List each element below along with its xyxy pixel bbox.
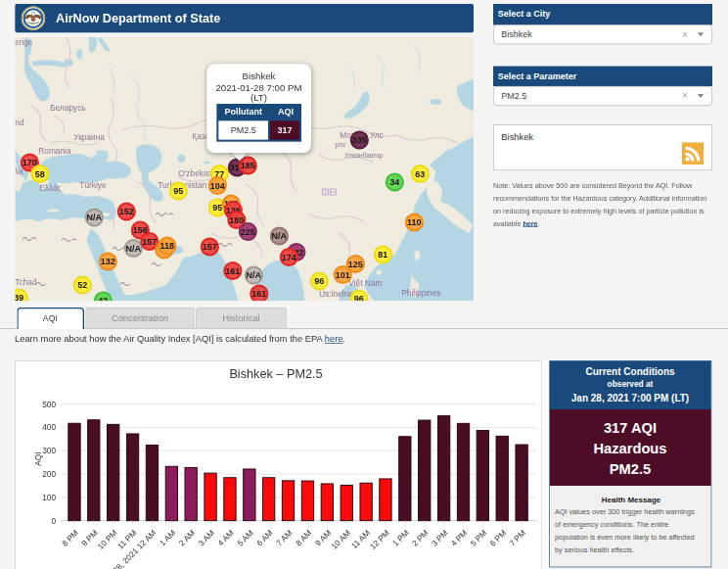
svg-text:125: 125 xyxy=(347,260,362,269)
svg-text:185: 185 xyxy=(240,161,254,170)
svg-text:3 AM: 3 AM xyxy=(196,528,215,547)
svg-text:1 PM: 1 PM xyxy=(390,528,411,548)
svg-text:7 PM: 7 PM xyxy=(507,528,527,548)
svg-text:Tchad: Tchad xyxy=(15,277,37,287)
svg-text:Bishkek – PM2.5: Bishkek – PM2.5 xyxy=(229,367,322,381)
svg-text:10 AM: 10 AM xyxy=(329,528,352,551)
svg-text:6 AM: 6 AM xyxy=(254,528,274,547)
svg-text:96: 96 xyxy=(314,276,324,286)
svg-text:81: 81 xyxy=(378,250,387,260)
svg-text:Philippines: Philippines xyxy=(401,288,440,298)
svg-text:5 PM: 5 PM xyxy=(468,528,488,548)
svg-text:6 PM: 6 PM xyxy=(487,528,508,548)
svg-text:500: 500 xyxy=(42,400,56,409)
svg-text:Украина: Украина xyxy=(73,132,105,142)
svg-text:Us:inelne: Us:inelne xyxy=(319,289,353,299)
svg-text:225: 225 xyxy=(240,227,254,237)
svg-text:200: 200 xyxy=(42,469,56,479)
svg-text:161: 161 xyxy=(225,266,240,276)
svg-text:Ελλάς: Ελλάς xyxy=(39,183,62,193)
svg-text:174: 174 xyxy=(281,253,296,262)
svg-text:8 AM: 8 AM xyxy=(294,528,313,547)
svg-text:2 AM: 2 AM xyxy=(176,528,196,547)
svg-text:2 PM: 2 PM xyxy=(410,528,431,548)
svg-text:4 AM: 4 AM xyxy=(215,528,235,547)
svg-text:39: 39 xyxy=(15,293,23,301)
svg-text:ync: ync xyxy=(335,141,345,149)
svg-text:Беларусь: Беларусь xyxy=(50,103,85,113)
svg-text:N/A: N/A xyxy=(86,213,102,222)
svg-text:N/A: N/A xyxy=(125,244,141,254)
svg-text:300: 300 xyxy=(42,446,56,455)
svg-text:58: 58 xyxy=(34,169,44,179)
svg-text:AQI: AQI xyxy=(33,452,43,466)
svg-text:N/A: N/A xyxy=(246,270,261,280)
svg-text:8 PM: 8 PM xyxy=(60,528,80,548)
svg-text:3 PM: 3 PM xyxy=(429,528,449,548)
svg-text:400: 400 xyxy=(42,422,56,432)
svg-text:Türkiye: Türkiye xyxy=(79,180,107,190)
svg-text:12 PM: 12 PM xyxy=(368,528,391,551)
svg-text:96: 96 xyxy=(353,294,363,301)
svg-text:118: 118 xyxy=(159,241,174,251)
svg-text:52: 52 xyxy=(77,280,87,290)
svg-text:34: 34 xyxy=(389,177,399,187)
svg-text:Việt Nam: Việt Nam xyxy=(348,278,382,288)
svg-text:157: 157 xyxy=(142,237,157,247)
svg-text:104: 104 xyxy=(209,181,224,191)
svg-text:7 AM: 7 AM xyxy=(274,528,294,547)
svg-text:10 PM: 10 PM xyxy=(95,528,118,551)
svg-text:4 PM: 4 PM xyxy=(448,528,469,548)
svg-text:157: 157 xyxy=(202,242,216,252)
svg-text:101: 101 xyxy=(335,270,349,280)
svg-text:N/A: N/A xyxy=(271,231,287,241)
svg-text:Sverige: Sverige xyxy=(15,37,33,47)
svg-text:152: 152 xyxy=(118,207,133,216)
svg-text:42: 42 xyxy=(98,296,108,301)
svg-text:11 AM: 11 AM xyxy=(348,528,371,550)
svg-text:335: 335 xyxy=(351,135,366,145)
svg-text:0: 0 xyxy=(51,516,56,526)
svg-text:110: 110 xyxy=(407,217,422,227)
svg-text:1 AM: 1 AM xyxy=(157,528,176,547)
svg-text:95: 95 xyxy=(173,186,183,196)
svg-text:100: 100 xyxy=(42,493,56,502)
svg-text:nd: nd xyxy=(15,118,24,127)
svg-text:95: 95 xyxy=(212,203,222,213)
svg-text:161: 161 xyxy=(251,289,266,299)
svg-text:Улаанбаатар: Улаанбаатар xyxy=(344,152,383,160)
svg-text:63: 63 xyxy=(415,169,425,179)
svg-text:Romania: Romania xyxy=(38,146,71,156)
svg-text:132: 132 xyxy=(100,257,114,266)
svg-text:180: 180 xyxy=(229,215,244,225)
svg-text:5 AM: 5 AM xyxy=(235,528,254,547)
